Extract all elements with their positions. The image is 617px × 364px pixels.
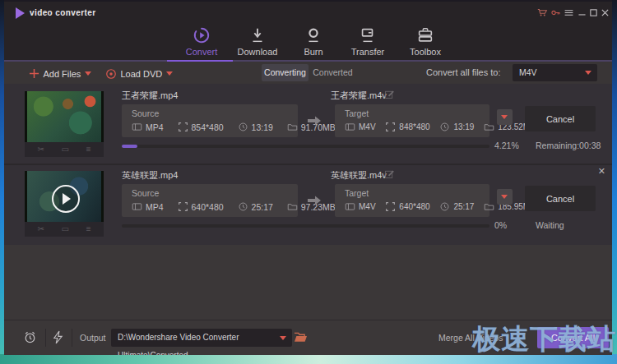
remove-file-icon[interactable]: ✕ bbox=[598, 166, 605, 177]
rename-icon[interactable] bbox=[384, 89, 395, 99]
maximize-icon[interactable] bbox=[588, 7, 600, 19]
load-dvd-caret-icon[interactable] bbox=[166, 71, 173, 76]
source-caption: Source bbox=[132, 108, 159, 118]
source-duration-1: 13:19 bbox=[252, 122, 273, 132]
file-rows: ✂ ▭ ≡ 王者荣耀.mp4 Source MP4 854*480 13:19 … bbox=[4, 84, 612, 245]
format-icon bbox=[132, 201, 142, 212]
load-dvd-label: Load DVD bbox=[120, 69, 162, 79]
app-logo-icon bbox=[16, 7, 25, 19]
high-speed-icon[interactable] bbox=[52, 330, 64, 344]
schedule-icon[interactable] bbox=[23, 330, 37, 344]
bottom-bar: Output D:\Wondershare Video Converter Ul… bbox=[4, 320, 612, 355]
tab-transfer-label: Transfer bbox=[341, 47, 394, 57]
target-info-box-1: Target M4V 848*480 13:19 123.52MB bbox=[335, 104, 489, 137]
source-filename-2: 英雄联盟.mp4 bbox=[122, 169, 178, 182]
source-format-2: MP4 bbox=[146, 202, 164, 212]
file-row-1: ✂ ▭ ≡ 王者荣耀.mp4 Source MP4 854*480 13:19 … bbox=[4, 85, 612, 164]
filesize-icon bbox=[287, 122, 298, 132]
output-format-value: M4V bbox=[519, 67, 537, 77]
rename-icon[interactable] bbox=[384, 168, 395, 179]
cart-icon[interactable] bbox=[537, 7, 549, 19]
divider bbox=[72, 329, 72, 347]
load-dvd-button[interactable]: Load DVD bbox=[105, 66, 173, 81]
output-format-select[interactable]: M4V bbox=[513, 64, 597, 81]
tab-transfer[interactable]: Transfer bbox=[341, 26, 394, 57]
format-icon bbox=[345, 201, 355, 212]
add-files-caret-icon[interactable] bbox=[85, 71, 91, 76]
output-path-select[interactable]: D:\Wondershare Video Converter Ultimate\… bbox=[111, 329, 292, 347]
source-caption: Source bbox=[132, 188, 159, 198]
tab-converted[interactable]: Converted bbox=[309, 64, 356, 81]
filesize-icon bbox=[287, 201, 298, 212]
target-settings-dropdown-1[interactable] bbox=[497, 109, 513, 125]
resolution-icon bbox=[178, 122, 188, 132]
plus-icon bbox=[29, 68, 39, 79]
transfer-icon bbox=[359, 26, 377, 44]
titlebar: video converter bbox=[4, 2, 612, 25]
add-files-button[interactable]: Add Files bbox=[29, 66, 91, 81]
target-format-1: M4V bbox=[359, 122, 376, 131]
add-files-label: Add Files bbox=[43, 69, 81, 79]
convert-all-button[interactable]: Convert All bbox=[537, 327, 609, 348]
progress-status-1: Remaining:00:38 bbox=[536, 141, 601, 150]
video-thumbnail-1[interactable] bbox=[25, 91, 104, 142]
tab-converting[interactable]: Converting bbox=[262, 64, 308, 81]
key-icon[interactable] bbox=[550, 7, 562, 19]
target-duration-1: 13:19 bbox=[453, 122, 474, 131]
source-resolution-2: 640*480 bbox=[192, 202, 224, 212]
close-icon[interactable] bbox=[600, 7, 611, 19]
target-duration-2: 25:17 bbox=[453, 202, 474, 211]
main-nav: Convert Download Burn Transfer bbox=[4, 25, 612, 60]
target-caption: Target bbox=[345, 188, 369, 198]
thumbnail-image-1 bbox=[27, 91, 101, 142]
source-duration-2: 25:17 bbox=[252, 202, 273, 212]
duration-icon bbox=[238, 122, 248, 132]
progress-track-1 bbox=[122, 145, 489, 148]
filesize-icon bbox=[484, 122, 494, 132]
target-filename-2: 英雄联盟.m4v bbox=[331, 169, 387, 182]
resolution-icon bbox=[385, 122, 396, 132]
cancel-button-2[interactable]: Cancel bbox=[525, 186, 596, 211]
minimize-icon[interactable] bbox=[577, 7, 588, 19]
tab-convert[interactable]: Convert bbox=[175, 26, 228, 57]
disc-icon bbox=[105, 68, 117, 80]
target-caption: Target bbox=[345, 108, 369, 118]
cancel-button-1[interactable]: Cancel bbox=[525, 106, 596, 131]
tab-toolbox-label: Toolbox bbox=[399, 47, 452, 57]
edit-tools-strip-1[interactable]: ✂ ▭ ≡ bbox=[25, 142, 104, 157]
tab-burn[interactable]: Burn bbox=[287, 26, 340, 57]
target-resolution-1: 848*480 bbox=[399, 122, 429, 131]
target-filename-1: 王者荣耀.m4v bbox=[331, 90, 387, 102]
merge-all-label[interactable]: Merge All Videos bbox=[438, 333, 503, 343]
progress-percent-2: 0% bbox=[494, 220, 526, 230]
menu-icon[interactable] bbox=[564, 7, 575, 19]
app-window: video converter Convert bbox=[4, 0, 612, 355]
divider bbox=[45, 329, 46, 347]
play-overlay-icon[interactable] bbox=[52, 185, 80, 213]
convert-arrow-icon bbox=[307, 115, 322, 127]
tab-download-label: Download bbox=[231, 47, 284, 57]
format-icon bbox=[132, 122, 142, 132]
file-list-area: ✂ ▭ ≡ 王者荣耀.mp4 Source MP4 854*480 13:19 … bbox=[4, 84, 612, 320]
progress-status-2: Waiting bbox=[536, 220, 564, 230]
resolution-icon bbox=[385, 201, 396, 212]
source-format-1: MP4 bbox=[146, 122, 164, 132]
burn-icon bbox=[304, 26, 322, 44]
tab-toolbox[interactable]: Toolbox bbox=[399, 26, 452, 57]
filesize-icon bbox=[484, 201, 494, 212]
desktop-wallpaper-bottom bbox=[0, 354, 617, 364]
target-settings-dropdown-2[interactable] bbox=[497, 189, 513, 205]
resolution-icon bbox=[178, 201, 188, 212]
target-info-box-2: Target M4V 640*480 25:17 185.95MB bbox=[335, 184, 489, 217]
app-title: video converter bbox=[30, 8, 95, 17]
source-info-box-2: Source MP4 640*480 25:17 97.23MB bbox=[122, 184, 298, 217]
duration-icon bbox=[439, 122, 450, 132]
edit-tools-strip-2[interactable]: ✂ ▭ ≡ bbox=[25, 222, 104, 237]
tab-convert-label: Convert bbox=[175, 47, 228, 57]
open-folder-icon[interactable] bbox=[294, 331, 308, 343]
output-label: Output bbox=[80, 333, 106, 343]
video-thumbnail-2[interactable] bbox=[25, 171, 104, 222]
source-filename-1: 王者荣耀.mp4 bbox=[122, 90, 178, 102]
tab-download[interactable]: Download bbox=[231, 26, 284, 57]
progress-percent-1: 4.21% bbox=[494, 141, 526, 150]
